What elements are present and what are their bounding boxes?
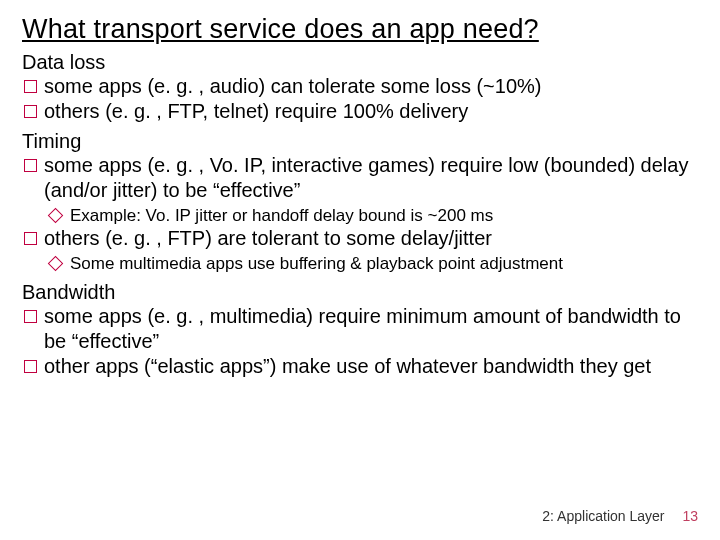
sub-bullet-item: Some multimedia apps use buffering & pla… xyxy=(46,253,698,274)
sub-bullet-item: Example: Vo. IP jitter or handoff delay … xyxy=(46,205,698,226)
bullet-item: others (e. g. , FTP) are tolerant to som… xyxy=(22,226,698,251)
square-bullet-icon xyxy=(24,360,37,373)
bullet-item: some apps (e. g. , audio) can tolerate s… xyxy=(22,74,698,99)
slide: What transport service does an app need?… xyxy=(0,0,720,379)
bullet-text: other apps (“elastic apps”) make use of … xyxy=(44,354,698,379)
square-bullet-icon xyxy=(24,159,37,172)
footer-page-number: 13 xyxy=(682,508,698,524)
bullet-text: some apps (e. g. , audio) can tolerate s… xyxy=(44,74,698,99)
diamond-bullet-icon xyxy=(48,208,64,224)
bullet-item: some apps (e. g. , Vo. IP, interactive g… xyxy=(22,153,698,203)
bullet-text: some apps (e. g. , Vo. IP, interactive g… xyxy=(44,153,698,203)
footer: 2: Application Layer 13 xyxy=(542,508,698,524)
sub-bullet-text: Example: Vo. IP jitter or handoff delay … xyxy=(70,205,698,226)
bullet-item: other apps (“elastic apps”) make use of … xyxy=(22,354,698,379)
square-bullet-icon xyxy=(24,80,37,93)
diamond-bullet-icon xyxy=(48,256,64,272)
section-dataloss-label: Data loss xyxy=(22,51,698,74)
slide-title: What transport service does an app need? xyxy=(22,14,698,45)
section-timing-label: Timing xyxy=(22,130,698,153)
square-bullet-icon xyxy=(24,232,37,245)
square-bullet-icon xyxy=(24,105,37,118)
bullet-item: others (e. g. , FTP, telnet) require 100… xyxy=(22,99,698,124)
bullet-text: others (e. g. , FTP) are tolerant to som… xyxy=(44,226,698,251)
bullet-text: some apps (e. g. , multimedia) require m… xyxy=(44,304,698,354)
square-bullet-icon xyxy=(24,310,37,323)
section-bandwidth-label: Bandwidth xyxy=(22,281,698,304)
bullet-item: some apps (e. g. , multimedia) require m… xyxy=(22,304,698,354)
footer-chapter: 2: Application Layer xyxy=(542,508,664,524)
sub-bullet-text: Some multimedia apps use buffering & pla… xyxy=(70,253,698,274)
bullet-text: others (e. g. , FTP, telnet) require 100… xyxy=(44,99,698,124)
